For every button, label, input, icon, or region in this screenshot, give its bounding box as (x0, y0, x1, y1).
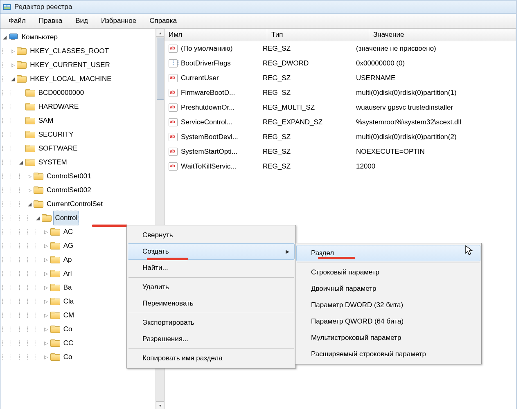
value-row[interactable]: WaitToKillServic...REG_SZ12000 (165, 159, 516, 174)
subctx-item[interactable]: Строковый параметр (296, 264, 480, 281)
expand-icon[interactable] (43, 336, 50, 350)
tree-hkcu[interactable]: ┊ HKEY_CURRENT_USER (1, 58, 164, 72)
tree-item-label: CM (62, 308, 76, 322)
string-value-icon (169, 148, 178, 156)
folder-icon (25, 159, 34, 166)
tree-root-computer[interactable]: Компьютер (1, 30, 164, 44)
expand-icon[interactable] (43, 308, 50, 322)
scroll-up-icon[interactable]: ▴ (156, 29, 164, 37)
tree-cs001[interactable]: ┊ ┊ ┊ ControlSet001 (1, 169, 164, 183)
value-row[interactable]: FirmwareBootD...REG_SZmulti(0)disk(0)rdi… (165, 85, 516, 100)
context-submenu-create[interactable]: РазделСтроковый параметрДвоичный парамет… (295, 243, 482, 364)
tree-ccs[interactable]: ┊ ┊ ┊ CurrentControlSet (1, 197, 164, 211)
expand-icon[interactable] (43, 281, 50, 294)
expand-icon[interactable] (18, 155, 25, 169)
expand-icon[interactable] (43, 294, 50, 308)
submenu-arrow-icon: ▶ (286, 249, 289, 254)
tree-hklm-child[interactable]: ┊ ┊ HARDWARE (1, 100, 164, 114)
list-header: Имя Тип Значение (165, 29, 516, 41)
col-name[interactable]: Имя (165, 29, 267, 41)
expand-icon[interactable] (9, 44, 16, 58)
expand-icon[interactable] (26, 197, 33, 211)
client-area: Компьютер┊ HKEY_CLASSES_ROOT┊ HKEY_CURRE… (0, 28, 516, 409)
tree-hklm-child[interactable]: ┊ ┊ SECURITY (1, 128, 164, 142)
tree-item-label: Co (62, 322, 74, 336)
tree-item-label: Компьютер (20, 30, 59, 44)
expand-icon[interactable] (43, 322, 50, 336)
value-name: FirmwareBootD... (181, 89, 235, 97)
tree-hklm-child[interactable]: ┊ ┊ SAM (1, 114, 164, 128)
value-name: SystemBootDevi... (181, 133, 238, 141)
tree-item-label: Co (62, 350, 74, 364)
tree-item-label: ControlSet001 (45, 169, 93, 183)
menu-view[interactable]: Вид (69, 15, 95, 27)
expand-icon[interactable] (26, 169, 33, 183)
expand-icon[interactable] (26, 183, 33, 197)
expand-icon[interactable] (43, 267, 50, 281)
menu-help[interactable]: Справка (143, 15, 183, 27)
menu-edit[interactable]: Правка (32, 15, 69, 27)
ctx-item[interactable]: Переименовать (128, 295, 295, 312)
scroll-down-icon[interactable]: ▾ (156, 401, 164, 409)
expand-icon[interactable] (34, 211, 41, 225)
tree-hklm-child[interactable]: ┊ ┊ BCD00000000 (1, 86, 164, 100)
tree-item-label: ControlSet002 (45, 183, 93, 197)
subctx-item[interactable]: Расширяемый строковый параметр (296, 346, 480, 362)
expand-icon[interactable] (43, 350, 50, 364)
subctx-item[interactable]: Двоичный параметр (296, 281, 480, 297)
window-title: Редактор реестра (14, 3, 72, 11)
value-row[interactable]: SystemStartOpti...REG_SZ NOEXECUTE=OPTIN (165, 144, 516, 159)
subctx-item[interactable]: Параметр DWORD (32 бита) (296, 297, 480, 313)
ctx-item[interactable]: Создать▶ (128, 243, 295, 260)
annotation-mark (147, 258, 188, 260)
menu-fav[interactable]: Избранное (95, 15, 143, 27)
value-data: multi(0)disk(0)rdisk(0)partition(2) (356, 133, 516, 141)
tree-hklm[interactable]: ┊ HKEY_LOCAL_MACHINE (1, 72, 164, 86)
tree-item-label: Ba (62, 281, 74, 294)
value-type: REG_SZ (263, 133, 356, 141)
tree-hklm-child[interactable]: ┊ ┊ SOFTWARE (1, 142, 164, 155)
menu-item-label: Удалить (142, 283, 169, 291)
col-type[interactable]: Тип (267, 29, 369, 41)
tree-item-label: HKEY_CLASSES_ROOT (28, 44, 110, 58)
string-value-icon (169, 89, 178, 97)
menu-file[interactable]: Файл (2, 15, 32, 27)
ctx-item[interactable]: Свернуть (128, 227, 295, 243)
expand-icon[interactable] (1, 30, 8, 44)
tree-cs002[interactable]: ┊ ┊ ┊ ControlSet002 (1, 183, 164, 197)
folder-icon (34, 173, 43, 180)
value-row[interactable]: SystemBootDevi...REG_SZmulti(0)disk(0)rd… (165, 130, 516, 144)
value-row[interactable]: CurrentUserREG_SZUSERNAME (165, 71, 516, 85)
ctx-item[interactable]: Удалить (128, 279, 295, 295)
expand-icon[interactable] (43, 225, 50, 239)
ctx-item[interactable]: Копировать имя раздела (128, 350, 295, 366)
menu-item-label: Мультистроковый параметр (311, 334, 401, 342)
regedit-window: Редактор реестра Файл Правка Вид Избранн… (0, 0, 516, 409)
tree-item-label: AG (62, 239, 75, 253)
tree-item-label: SOFTWARE (37, 142, 79, 155)
tree-hkcr[interactable]: ┊ HKEY_CLASSES_ROOT (1, 44, 164, 58)
context-menu[interactable]: СвернутьСоздать▶Найти...УдалитьПереимено… (126, 225, 296, 369)
folder-icon (17, 47, 26, 55)
expand-icon[interactable] (43, 253, 50, 267)
menu-item-label: Копировать имя раздела (142, 354, 223, 362)
titlebar[interactable]: Редактор реестра (0, 0, 516, 14)
expand-icon[interactable] (9, 58, 16, 72)
value-row[interactable]: BootDriverFlagsREG_DWORD0x00000000 (0) (165, 56, 516, 71)
value-row[interactable]: (По умолчанию)REG_SZ(значение не присвое… (165, 41, 516, 56)
tree-system[interactable]: ┊ ┊ SYSTEM (1, 155, 164, 169)
ctx-item[interactable]: Найти... (128, 260, 295, 276)
col-value[interactable]: Значение (369, 29, 516, 41)
scroll-thumb[interactable] (157, 38, 164, 100)
subctx-item[interactable]: Параметр QWORD (64 бита) (296, 313, 480, 330)
expand-icon[interactable] (43, 239, 50, 253)
subctx-item[interactable]: Мультистроковый параметр (296, 330, 480, 346)
tree-item-label: HKEY_CURRENT_USER (28, 58, 112, 72)
tree-control[interactable]: ┊ ┊ ┊ ┊ Control (1, 211, 164, 225)
ctx-item[interactable]: Экспортировать (128, 315, 295, 331)
value-row[interactable]: PreshutdownOr...REG_MULTI_SZwuauserv gps… (165, 100, 516, 115)
annotation-mark (318, 257, 355, 259)
expand-icon[interactable] (9, 72, 16, 86)
value-row[interactable]: ServiceControl...REG_EXPAND_SZ%systemroo… (165, 115, 516, 130)
ctx-item[interactable]: Разрешения... (128, 331, 295, 347)
